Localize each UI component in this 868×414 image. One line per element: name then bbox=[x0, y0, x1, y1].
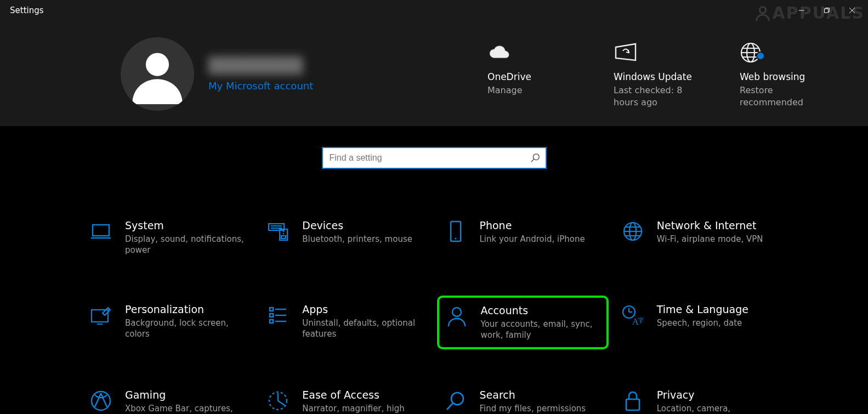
microsoft-account-link[interactable]: My Microsoft account bbox=[208, 80, 329, 92]
svg-rect-29 bbox=[92, 310, 108, 322]
status-card-web-browsing[interactable]: Web browsing Restore recommended bbox=[740, 39, 833, 108]
svg-line-12 bbox=[531, 159, 534, 162]
search-icon bbox=[530, 153, 540, 163]
category-title: Search bbox=[480, 389, 586, 401]
status-indicator-dot bbox=[756, 52, 765, 60]
user-avatar[interactable] bbox=[121, 37, 194, 111]
category-description: Xbox Game Bar, captures, Game Mode bbox=[125, 403, 246, 414]
close-button[interactable] bbox=[839, 0, 865, 21]
user-avatar-icon bbox=[127, 44, 188, 104]
minimize-icon bbox=[798, 7, 805, 14]
update-icon bbox=[614, 42, 638, 64]
svg-point-5 bbox=[146, 53, 169, 76]
svg-point-20 bbox=[283, 233, 284, 234]
category-search[interactable]: Search Find my files, permissions bbox=[437, 381, 609, 414]
category-description: Link your Android, iPhone bbox=[480, 234, 585, 245]
category-title: Network & Internet bbox=[657, 219, 763, 231]
cloud-icon bbox=[487, 44, 512, 61]
category-time-language[interactable]: A 字 Time & Language Speech, region, date bbox=[614, 296, 786, 350]
category-title: Privacy bbox=[657, 389, 778, 401]
header-panel: ████████ My Microsoft account OneDrive M… bbox=[0, 21, 868, 126]
apps-icon bbox=[266, 303, 290, 327]
accounts-icon bbox=[445, 304, 469, 328]
svg-point-19 bbox=[283, 231, 284, 232]
network-icon bbox=[621, 219, 645, 243]
category-gaming[interactable]: Gaming Xbox Game Bar, captures, Game Mod… bbox=[82, 381, 254, 414]
category-title: Personalization bbox=[125, 303, 246, 315]
category-network[interactable]: Network & Internet Wi-Fi, airplane mode,… bbox=[614, 212, 786, 264]
phone-icon bbox=[444, 219, 468, 243]
devices-icon bbox=[266, 219, 290, 243]
category-description: Display, sound, notifications, power bbox=[125, 234, 246, 256]
category-description: Your accounts, email, sync, work, family bbox=[481, 319, 601, 341]
category-title: System bbox=[125, 219, 246, 231]
svg-point-37 bbox=[452, 308, 461, 316]
category-accounts[interactable]: Accounts Your accounts, email, sync, wor… bbox=[437, 296, 609, 350]
category-apps[interactable]: Apps Uninstall, defaults, optional featu… bbox=[259, 296, 431, 350]
svg-rect-47 bbox=[626, 399, 639, 410]
maximize-icon bbox=[824, 7, 830, 14]
category-title: Gaming bbox=[125, 389, 246, 401]
status-card-title: Windows Update bbox=[614, 71, 707, 82]
minimize-button[interactable] bbox=[789, 0, 814, 21]
svg-point-45 bbox=[451, 393, 463, 405]
category-title: Ease of Access bbox=[302, 389, 423, 401]
status-card-title: OneDrive bbox=[487, 71, 581, 82]
category-title: Devices bbox=[302, 219, 412, 231]
svg-rect-33 bbox=[270, 314, 273, 317]
window-controls bbox=[789, 0, 865, 21]
category-ease-of-access[interactable]: Ease of Access Narrator, magnifier, high… bbox=[259, 381, 431, 414]
ease-of-access-icon bbox=[266, 389, 290, 413]
category-system[interactable]: System Display, sound, notifications, po… bbox=[82, 212, 254, 264]
window-title: Settings bbox=[10, 5, 44, 15]
status-card-subtitle: Manage bbox=[487, 84, 581, 97]
category-title: Phone bbox=[480, 219, 585, 231]
status-card-title: Web browsing bbox=[740, 71, 833, 82]
search-box[interactable] bbox=[322, 147, 547, 169]
svg-rect-35 bbox=[270, 320, 273, 323]
svg-point-23 bbox=[455, 237, 456, 239]
close-icon bbox=[849, 7, 855, 14]
svg-rect-13 bbox=[93, 225, 109, 236]
svg-rect-31 bbox=[270, 308, 273, 311]
category-description: Find my files, permissions bbox=[480, 403, 586, 414]
status-card-onedrive[interactable]: OneDrive Manage bbox=[487, 39, 581, 97]
time-language-icon: A 字 bbox=[621, 303, 645, 327]
category-description: Background, lock screen, colors bbox=[125, 317, 246, 340]
user-display-name: ████████ bbox=[208, 56, 329, 75]
status-card-subtitle: Restore recommended bbox=[740, 84, 833, 108]
category-description: Narrator, magnifier, high contrast bbox=[302, 403, 423, 414]
svg-line-46 bbox=[447, 403, 453, 410]
system-icon bbox=[89, 219, 113, 243]
maximize-button[interactable] bbox=[814, 0, 839, 21]
status-card-windows-update[interactable]: Windows Update Last checked: 8 hours ago bbox=[614, 39, 707, 108]
svg-rect-2 bbox=[825, 9, 829, 13]
category-privacy[interactable]: Privacy Location, camera, microphone bbox=[614, 381, 786, 414]
privacy-icon bbox=[621, 389, 645, 413]
settings-category-grid: System Display, sound, notifications, po… bbox=[0, 169, 868, 414]
category-description: Wi-Fi, airplane mode, VPN bbox=[657, 234, 763, 245]
window-titlebar: Settings bbox=[0, 0, 868, 21]
svg-text:字: 字 bbox=[638, 317, 644, 324]
status-cards: OneDrive Manage Windows Update Last chec… bbox=[487, 39, 868, 108]
category-description: Location, camera, microphone bbox=[657, 403, 778, 414]
personalization-icon bbox=[89, 303, 113, 327]
user-info: ████████ My Microsoft account bbox=[208, 56, 329, 92]
gaming-icon bbox=[89, 389, 113, 413]
search-section bbox=[0, 126, 868, 169]
category-title: Accounts bbox=[481, 304, 601, 316]
category-description: Bluetooth, printers, mouse bbox=[302, 234, 412, 245]
category-phone[interactable]: Phone Link your Android, iPhone bbox=[437, 212, 609, 264]
svg-rect-21 bbox=[281, 236, 286, 239]
category-title: Time & Language bbox=[657, 303, 748, 315]
category-title: Apps bbox=[302, 303, 423, 315]
search-category-icon bbox=[444, 389, 468, 413]
category-description: Speech, region, date bbox=[657, 317, 748, 328]
category-description: Uninstall, defaults, optional features bbox=[302, 317, 423, 340]
category-devices[interactable]: Devices Bluetooth, printers, mouse bbox=[259, 212, 431, 264]
category-personalization[interactable]: Personalization Background, lock screen,… bbox=[82, 296, 254, 350]
status-card-subtitle: Last checked: 8 hours ago bbox=[614, 84, 707, 108]
search-input[interactable] bbox=[330, 153, 530, 163]
